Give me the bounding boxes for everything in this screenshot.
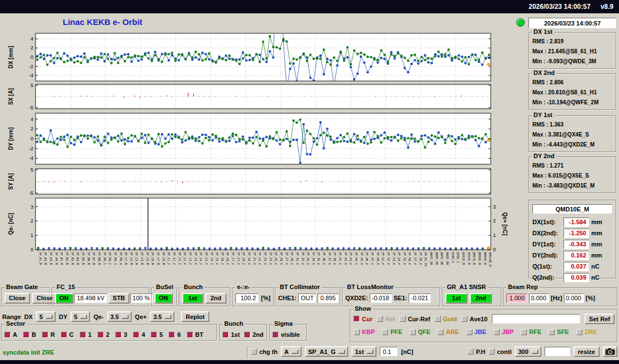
checkbox[interactable] [467,348,474,355]
threshold-unit: [nC] [401,348,413,355]
show-region-jbp[interactable]: JBP [494,328,514,335]
checkbox[interactable] [494,329,500,335]
checkbox[interactable] [576,329,582,335]
svg-text:SP_B8_M: SP_B8_M [97,252,101,265]
svg-text:3: 3 [493,204,496,210]
resize-button[interactable]: resize [573,346,600,357]
set-ref-button[interactable]: Set Ref [585,314,615,324]
conti-checkbox[interactable]: conti [489,348,511,355]
checkbox[interactable] [115,332,122,338]
fc15-on-button[interactable]: ON [55,293,73,304]
checkbox[interactable] [61,332,67,338]
bunch-2nd-button[interactable]: 2nd [205,293,227,304]
checkbox[interactable] [151,332,157,338]
svg-text:Qe- [nC]: Qe- [nC] [8,213,14,235]
sector-3[interactable]: 3 [115,331,127,338]
show-option-ref[interactable]: Ref [377,316,395,322]
checkbox[interactable] [489,348,495,355]
chg-th-checkbox[interactable]: chg th [251,348,278,355]
gr-snsr-1st-button[interactable]: 1st [445,293,467,304]
checkbox[interactable] [223,332,229,338]
show-region-rfe[interactable]: RFE [521,328,541,335]
sector-c[interactable]: C [61,331,74,338]
show-region-sfe[interactable]: SFE [548,328,568,335]
checkbox[interactable] [244,332,250,338]
checkbox-label: conti [497,348,511,355]
checkbox[interactable] [169,332,175,338]
sector-4[interactable]: 4 [133,331,145,338]
interval-select[interactable]: 300 [515,346,541,357]
checkbox[interactable] [4,332,11,338]
checkbox[interactable] [382,329,388,335]
threshold-input[interactable] [380,347,397,356]
screenshot-button[interactable] [603,346,617,357]
show-region-kbp[interactable]: KBP [354,328,375,335]
checkbox[interactable] [466,329,472,335]
bunch-select-2nd[interactable]: 2nd [244,331,264,338]
range-dy-select[interactable]: 5 [71,311,90,322]
checkbox[interactable] [98,332,104,338]
svg-text:QMD9E_M: QMD9E_M [483,252,487,265]
gr-snsr-2nd-button[interactable]: 2nd [470,293,492,304]
checkbox-label: Cur [362,316,373,322]
checkbox[interactable] [273,332,279,338]
svg-text:SP_46_4: SP_46_4 [365,252,369,265]
sigma-group: Sigma visible [269,324,307,341]
show-region-jbe[interactable]: JBE [466,328,486,335]
checkbox[interactable] [133,332,139,338]
show-region-qfe[interactable]: QFE [410,328,431,335]
range-dx-select[interactable]: 5 [36,311,56,322]
show-region-pfe[interactable]: PFE [382,328,402,335]
ref-file-input[interactable] [492,314,580,323]
checkbox[interactable] [354,329,360,335]
beam-gate-close-1-button[interactable]: Close [4,293,30,304]
svg-text:SP_15_2: SP_15_2 [210,252,214,265]
checkbox[interactable] [548,329,555,335]
sector-1[interactable]: 1 [80,331,92,338]
show-option-cur-ref[interactable]: Cur-Ref [400,316,430,322]
sector-bt[interactable]: BT [187,331,204,338]
sector-5[interactable]: 5 [151,331,163,338]
show-option-cur[interactable]: Cur [354,316,373,322]
checkbox[interactable] [461,316,467,322]
show-option-gold[interactable]: Gold [435,316,457,322]
busel-on-button[interactable]: ON [154,293,173,304]
checkbox[interactable] [354,316,360,322]
bunch-1st-button[interactable]: 1st [182,293,203,304]
bunch-select[interactable]: 1st [351,346,376,357]
checkbox[interactable] [23,332,29,338]
show-region-zre[interactable]: ZRE [576,328,597,335]
checkbox[interactable] [400,316,406,322]
checkbox-label: PFE [390,328,402,335]
replot-button[interactable]: Replot [181,311,209,322]
show-option-ave10[interactable]: Ave10 [461,316,487,322]
checkbox[interactable] [437,329,444,335]
monitor-select[interactable]: SP_A1_G [305,346,349,357]
checkbox[interactable] [410,329,416,335]
sector-6[interactable]: 6 [169,331,180,338]
bunch-select-1st[interactable]: 1st [223,331,240,338]
stats-dy-1st: DY 1st RMS : 1.363 Max : 3.381@QX4E_S Mi… [529,115,616,152]
checkbox[interactable] [187,332,193,338]
ph-checkbox[interactable]: P.H [467,348,485,355]
extra-input[interactable] [545,347,570,356]
checkbox[interactable] [521,329,527,335]
show-region-are[interactable]: ARE [437,328,459,335]
sector-select-value: A [284,348,289,355]
checkbox[interactable] [80,332,86,338]
range-qep-select[interactable]: 3.5 [150,311,174,322]
sector-2[interactable]: 2 [98,331,109,338]
sector-r[interactable]: R [42,331,55,338]
sigma-visible-checkbox[interactable]: visible [273,331,300,338]
svg-text:0: 0 [31,54,33,60]
sector-select[interactable]: A [281,346,301,357]
checkbox[interactable] [377,316,383,322]
checkbox[interactable] [435,316,441,322]
range-qem-select[interactable]: 3.5 [107,311,132,322]
fc15-stb-button[interactable]: STB [108,293,129,304]
checkbox[interactable] [251,348,257,355]
sector-b[interactable]: B [23,331,36,338]
checkbox[interactable] [42,332,48,338]
sector-a[interactable]: A [4,331,17,338]
qxd2e-readout: -0.018 [370,294,392,303]
